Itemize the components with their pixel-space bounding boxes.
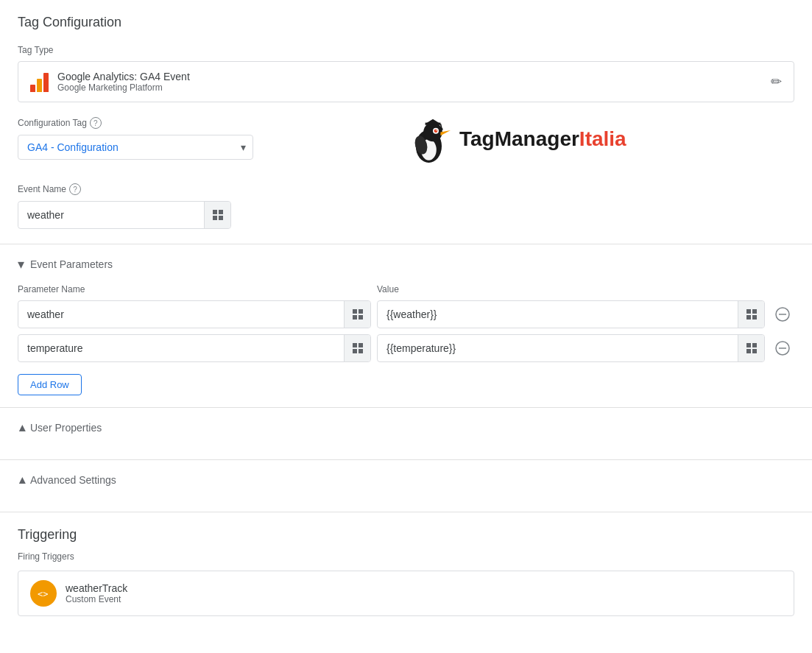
param-value-1-input[interactable]	[378, 303, 738, 326]
svg-rect-17	[359, 309, 363, 314]
remove-row-2-btn[interactable]	[771, 336, 794, 360]
variable-icon-2	[746, 308, 758, 320]
param-name-col-label: Parameter Name	[18, 284, 371, 294]
event-name-help-icon[interactable]: ?	[69, 183, 81, 195]
svg-point-2	[423, 123, 442, 142]
variable-icon-4	[746, 342, 758, 354]
svg-rect-20	[746, 309, 751, 314]
param-value-1-wrapper	[377, 300, 765, 328]
event-params-chevron-icon: ▾	[18, 256, 24, 272]
trigger-type-icon: <>	[30, 580, 57, 607]
param-row-1	[18, 300, 794, 328]
event-name-input-wrapper	[18, 201, 231, 229]
add-row-button[interactable]: Add Row	[18, 374, 82, 395]
event-name-label: Event Name ?	[18, 183, 794, 195]
config-tag-select[interactable]: GA4 - Configuration None	[18, 135, 253, 160]
firing-triggers-label: Firing Triggers	[18, 551, 794, 562]
svg-rect-16	[353, 309, 357, 314]
event-parameters-section: ▾ Event Parameters Parameter Name Value	[0, 244, 812, 408]
remove-row-1-btn[interactable]	[771, 303, 794, 326]
config-tag-help-icon[interactable]: ?	[90, 117, 102, 129]
svg-text:<>: <>	[38, 589, 48, 599]
config-tag-label: Configuration Tag ?	[18, 117, 253, 129]
triggering-section: Triggering Firing Triggers <> weatherTra…	[0, 512, 812, 631]
ga4-icon	[30, 71, 49, 92]
page-title: Tag Configuration	[18, 15, 794, 30]
param-value-col-label: Value	[377, 284, 794, 294]
svg-rect-30	[746, 343, 751, 347]
param-value-2-variable-btn[interactable]	[738, 335, 764, 361]
svg-rect-32	[746, 349, 751, 353]
config-row: Configuration Tag ? GA4 - Configuration …	[18, 117, 794, 169]
logo-text-black: TagManagerItalia	[459, 127, 626, 150]
trigger-info: weatherTrack Custom Event	[66, 582, 127, 604]
user-properties-section: ▸ User Properties	[0, 408, 812, 460]
logo-text-red: Italia	[579, 127, 626, 150]
config-tag-dropdown-wrapper: GA4 - Configuration None ▾	[18, 135, 253, 160]
param-value-2-wrapper	[377, 334, 765, 362]
param-name-2-wrapper	[18, 334, 371, 362]
variable-icon-1	[352, 308, 364, 320]
param-name-1-input[interactable]	[18, 303, 344, 326]
svg-marker-4	[426, 119, 441, 124]
svg-rect-23	[752, 315, 757, 320]
trigger-name: weatherTrack	[66, 582, 127, 594]
svg-rect-19	[359, 315, 363, 320]
event-name-input[interactable]	[18, 203, 204, 227]
advanced-settings-chevron-icon: ▸	[13, 477, 29, 484]
svg-rect-18	[353, 315, 357, 320]
event-params-title: Event Parameters	[30, 258, 113, 270]
event-name-variable-btn[interactable]	[204, 202, 230, 228]
params-header-row: Parameter Name Value	[18, 284, 794, 294]
param-name-1-wrapper	[18, 300, 371, 328]
user-properties-chevron-icon: ▸	[13, 425, 29, 431]
svg-point-10	[436, 130, 437, 131]
svg-rect-31	[752, 343, 757, 347]
param-value-2-input[interactable]	[378, 336, 738, 360]
svg-rect-27	[359, 343, 363, 347]
param-name-2-variable-btn[interactable]	[344, 335, 370, 361]
svg-rect-22	[746, 315, 751, 320]
variable-icon	[212, 209, 224, 221]
svg-rect-35	[779, 347, 786, 349]
param-name-1-variable-btn[interactable]	[344, 301, 370, 328]
param-name-2-input[interactable]	[18, 336, 344, 360]
tag-type-left: Google Analytics: GA4 Event Google Marke…	[30, 71, 190, 93]
triggering-title: Triggering	[18, 527, 794, 543]
svg-rect-26	[353, 343, 357, 347]
svg-point-6	[440, 128, 442, 130]
svg-rect-15	[219, 216, 223, 220]
tag-configuration-section: Tag Configuration Tag Type Google Analyt…	[0, 0, 812, 244]
custom-event-icon: <>	[37, 587, 50, 600]
svg-rect-29	[359, 349, 363, 353]
event-params-header[interactable]: ▾ Event Parameters	[18, 256, 794, 272]
event-name-row: Event Name ?	[18, 183, 794, 229]
edit-tag-type-icon[interactable]: ✏	[771, 74, 782, 90]
svg-rect-28	[353, 349, 357, 353]
page-wrapper: Tag Configuration Tag Type Google Analyt…	[0, 0, 812, 631]
param-row-2	[18, 334, 794, 362]
param-value-1-variable-btn[interactable]	[738, 301, 764, 328]
advanced-settings-title: Advanced Settings	[30, 474, 116, 486]
svg-point-9	[434, 129, 438, 133]
trigger-type: Custom Event	[66, 594, 127, 604]
logo-bird-icon	[400, 110, 459, 169]
tag-type-label: Tag Type	[18, 45, 794, 55]
user-properties-header[interactable]: ▸ User Properties	[18, 420, 794, 436]
user-properties-title: User Properties	[30, 422, 102, 434]
svg-rect-21	[752, 309, 757, 314]
config-left: Configuration Tag ? GA4 - Configuration …	[18, 117, 253, 160]
variable-icon-3	[352, 342, 364, 354]
advanced-settings-section: ▸ Advanced Settings	[0, 460, 812, 512]
remove-icon-1	[775, 307, 790, 322]
advanced-settings-header[interactable]: ▸ Advanced Settings	[18, 472, 794, 488]
svg-rect-13	[219, 210, 223, 214]
svg-rect-14	[213, 216, 217, 220]
logo-area: TagManagerItalia	[400, 110, 626, 169]
svg-rect-12	[213, 210, 217, 214]
svg-rect-25	[779, 314, 786, 315]
tag-type-box: Google Analytics: GA4 Event Google Marke…	[18, 61, 794, 102]
tag-type-sub: Google Marketing Platform	[57, 82, 190, 93]
svg-rect-33	[752, 349, 757, 353]
tag-type-name: Google Analytics: GA4 Event	[57, 71, 190, 82]
